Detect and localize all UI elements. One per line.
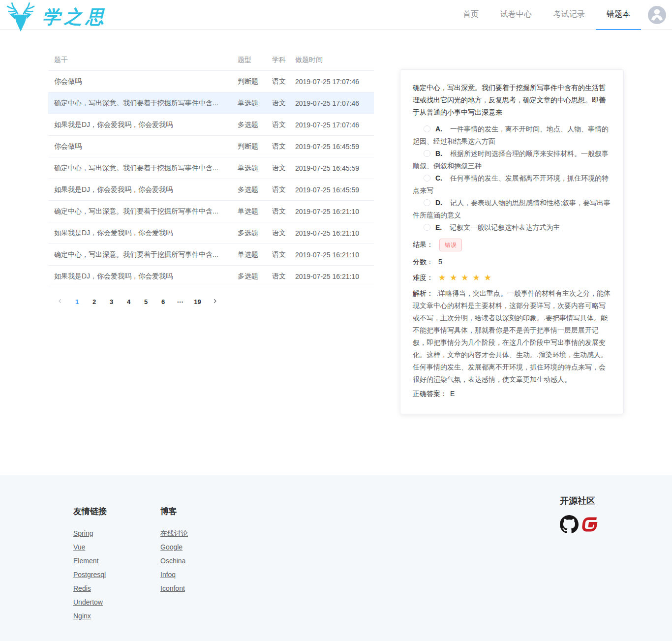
cell-type: 多选题 [238, 121, 272, 129]
radio-icon[interactable] [424, 175, 430, 182]
footer-link[interactable]: Nginx [73, 612, 135, 620]
score-value: 5 [438, 258, 442, 266]
col-time: 做题时间 [295, 56, 374, 64]
cell-subject: 语文 [272, 164, 295, 173]
table-row[interactable]: 你会做吗 判断题 语文 2019-07-25 17:07:46 [48, 71, 374, 92]
nav-item[interactable]: 试卷中心 [489, 0, 543, 30]
user-icon [648, 6, 666, 24]
option-letter: E. [435, 223, 442, 231]
page-number-button[interactable]: 5 [137, 295, 154, 308]
page-number-button[interactable]: 3 [103, 295, 120, 308]
cell-time: 2019-07-25 16:21:10 [295, 229, 374, 237]
cell-subject: 语文 [272, 185, 295, 194]
answer-option[interactable]: A.一件事情的发生，离不开时间、地点、人物、事情的起因、经过和结果这六方面 [413, 123, 611, 148]
cell-stem: 确定中心，写出深意。我们要着于挖掘所写事件中含... [54, 99, 238, 108]
footer-link[interactable]: Spring [73, 530, 135, 537]
cell-stem: 你会做吗 [54, 142, 238, 151]
cell-type: 单选题 [238, 250, 272, 259]
answer-option[interactable]: C.任何事情的发生、发展都离不开环境，抓住环境的特点来写 [413, 172, 611, 197]
cell-subject: 语文 [272, 99, 295, 108]
blog-links-title: 博客 [160, 506, 188, 517]
result-line: 结果： 错误 [413, 239, 611, 251]
col-stem: 题干 [54, 56, 238, 64]
nav-item[interactable]: 首页 [452, 0, 489, 30]
blog-links-list: 在线讨论GoogleOschinaInfoqIconfont [160, 530, 188, 592]
cell-type: 多选题 [238, 229, 272, 238]
table-row[interactable]: 你会做吗 判断题 语文 2019-07-25 16:45:59 [48, 136, 374, 157]
cell-subject: 语文 [272, 250, 295, 259]
footer-link[interactable]: Postgresql [73, 571, 135, 579]
footer-link[interactable]: Oschina [160, 557, 188, 565]
footer-link[interactable]: Redis [73, 585, 135, 592]
brand-name: 学之思 [42, 5, 107, 30]
table-body: 你会做吗 判断题 语文 2019-07-25 17:07:46 确定中心，写出深… [48, 71, 374, 287]
table-row[interactable]: 确定中心，写出深意。我们要着于挖掘所写事件中含... 单选题 语文 2019-0… [48, 201, 374, 222]
footer-link[interactable]: Undertow [73, 599, 135, 606]
table-row[interactable]: 确定中心，写出深意。我们要着于挖掘所写事件中含... 单选题 语文 2019-0… [48, 244, 374, 266]
table-row[interactable]: 确定中心，写出深意。我们要着于挖掘所写事件中含... 单选题 语文 2019-0… [48, 157, 374, 179]
cell-stem: 确定中心，写出深意。我们要着于挖掘所写事件中含... [54, 207, 238, 216]
difficulty-label: 难度： [413, 274, 433, 281]
radio-icon[interactable] [424, 224, 430, 231]
community-section: 开源社区 [560, 495, 598, 626]
analysis-block: 解析：.详略得当，突出重点。一般事件的材料有主次之分，能体现文章中心的材料是主要… [413, 287, 611, 386]
table-row[interactable]: 如果我是DJ，你会爱我吗，你会爱我吗 多选题 语文 2019-07-25 17:… [48, 114, 374, 136]
chevron-left-icon [57, 298, 63, 305]
page-numbers: 123456···19 [68, 295, 206, 308]
nav-item[interactable]: 错题本 [596, 0, 641, 30]
footer-link[interactable]: Element [73, 557, 135, 565]
cell-time: 2019-07-25 16:21:10 [295, 251, 374, 259]
wrong-question-table: 题干 题型 学科 做题时间 你会做吗 判断题 语文 2019-07-25 17:… [48, 49, 374, 414]
cell-time: 2019-07-25 16:45:59 [295, 143, 374, 151]
table-row[interactable]: 如果我是DJ，你会爱我吗，你会爱我吗 多选题 语文 2019-07-25 16:… [48, 179, 374, 201]
cell-type: 单选题 [238, 207, 272, 216]
gitee-icon[interactable] [580, 516, 598, 533]
question-stem: 确定中心，写出深意。我们要着于挖掘所写事件中含有的生活哲理或找出它闪光的地方，反… [413, 82, 611, 119]
footer-link[interactable]: 在线讨论 [160, 530, 188, 537]
friend-links-title: 友情链接 [73, 506, 135, 517]
main-nav: 首页试卷中心考试记录错题本 [452, 0, 666, 30]
footer-link[interactable]: Iconfont [160, 585, 188, 592]
score-label: 分数： [413, 258, 433, 266]
cell-time: 2019-07-25 16:45:59 [295, 186, 374, 194]
cell-time: 2019-07-25 17:07:46 [295, 121, 374, 129]
radio-icon[interactable] [424, 199, 430, 206]
cell-time: 2019-07-25 17:07:46 [295, 99, 374, 107]
brand-logo[interactable]: 学之思 [2, 0, 107, 30]
github-icon[interactable] [560, 515, 579, 534]
analysis-label: 解析： [413, 289, 433, 297]
page-number-button[interactable]: 2 [86, 295, 103, 308]
answer-option[interactable]: D.记人，要表现人物的思想感情和性格;叙事，要写出事件所蕴涵的意义 [413, 197, 611, 221]
cell-stem: 确定中心，写出深意。我们要着于挖掘所写事件中含... [54, 164, 238, 173]
page-number-button[interactable]: 19 [189, 295, 206, 308]
cell-stem: 你会做吗 [54, 77, 238, 86]
footer-link[interactable]: Infoq [160, 571, 188, 579]
cell-subject: 语文 [272, 229, 295, 238]
table-row[interactable]: 确定中心，写出深意。我们要着于挖掘所写事件中含... 单选题 语文 2019-0… [48, 92, 374, 114]
table-row[interactable]: 如果我是DJ，你会爱我吗，你会爱我吗 多选题 语文 2019-07-25 16:… [48, 266, 374, 287]
option-letter: A. [435, 125, 442, 133]
cell-subject: 语文 [272, 121, 295, 129]
cell-stem: 如果我是DJ，你会爱我吗，你会爱我吗 [54, 121, 238, 129]
answer-option[interactable]: B.根据所述时间选择合理的顺序来安排材料。一般叙事顺叙、倒叙和插叙三种 [413, 148, 611, 172]
footer-link[interactable]: Google [160, 544, 188, 551]
next-page-button[interactable] [206, 295, 223, 308]
avatar[interactable] [648, 6, 666, 24]
table-row[interactable]: 如果我是DJ，你会爱我吗，你会爱我吗 多选题 语文 2019-07-25 16:… [48, 222, 374, 244]
page-number-button[interactable]: 6 [154, 295, 172, 308]
footer-link[interactable]: Vue [73, 544, 135, 551]
page-number-button[interactable]: 1 [68, 295, 86, 308]
page-number-button[interactable]: 4 [120, 295, 137, 308]
cell-subject: 语文 [272, 272, 295, 281]
cell-subject: 语文 [272, 142, 295, 151]
page-footer: 友情链接 SpringVueElementPostgresqlRedisUnde… [0, 475, 672, 641]
answer-option[interactable]: E.记叙文一般以记叙这种表达方式为主 [413, 221, 611, 234]
prev-page-button[interactable] [51, 295, 68, 308]
page-number-button[interactable]: ··· [172, 295, 189, 308]
radio-icon[interactable] [424, 125, 430, 132]
nav-item[interactable]: 考试记录 [543, 0, 596, 30]
analysis-text: .详略得当，突出重点。一般事件的材料有主次之分，能体现文章中心的材料是主要材料，… [413, 289, 611, 383]
cell-stem: 确定中心，写出深意。我们要着于挖掘所写事件中含... [54, 250, 238, 259]
radio-icon[interactable] [424, 150, 430, 157]
cell-type: 单选题 [238, 99, 272, 108]
